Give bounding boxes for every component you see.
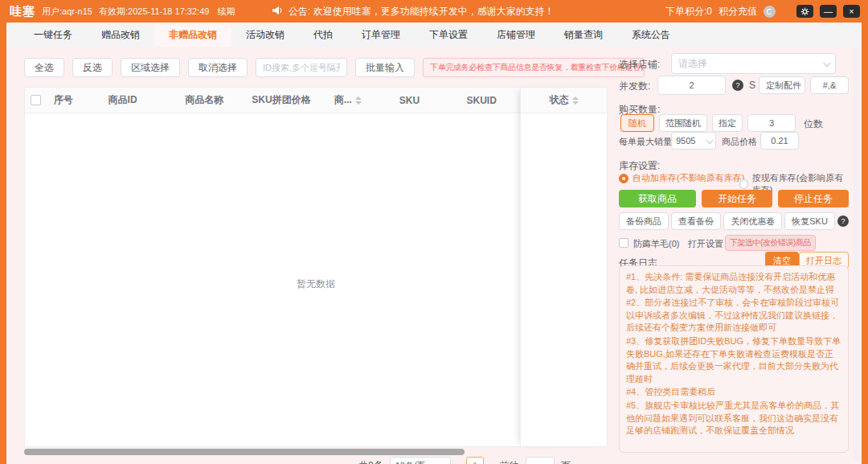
tab-order-settings[interactable]: 下单设置	[415, 23, 482, 47]
restore-sku-button[interactable]: 恢复SKU	[784, 212, 835, 230]
status-fixed-column: 状态	[520, 88, 607, 446]
region-select-button[interactable]: 区域选择	[121, 58, 180, 77]
refresh-arc	[767, 9, 772, 14]
settings-panel: 选择店铺: 请选择 并发数: ? S 定制配件 购买数量: 随机 范围随机 指定…	[619, 47, 849, 464]
settings-button[interactable]	[796, 5, 813, 18]
shop-select[interactable]: 请选择	[671, 53, 836, 74]
col-product-id: 商品ID	[80, 88, 166, 113]
app-window: 哇塞 用户:aqr-n15 有效期:2025-11-18 17:32:49 续期…	[0, 0, 868, 464]
renew-link[interactable]: 续期	[217, 6, 235, 18]
check-warning-badge: 下单完成务必检查下商品信息是否恢复，着重检查下价格是否恢复成功	[423, 58, 645, 77]
shop-label: 选择店铺:	[619, 58, 660, 72]
titlebar-right: 下单积分:0 积分充值 — ×	[665, 0, 860, 23]
col-sku-group-price: SKU拼团价格	[243, 88, 320, 113]
total-count: 共0条	[358, 459, 383, 464]
mode-specify-button[interactable]: 指定	[712, 114, 743, 132]
col-skuid: SKUID	[443, 88, 520, 113]
refresh-icon[interactable]	[764, 6, 776, 18]
digits-input[interactable]	[747, 114, 796, 132]
prev-page-button[interactable]: ‹	[457, 461, 461, 464]
backup-products-button[interactable]: 备份商品	[619, 212, 669, 230]
gear-icon	[800, 7, 809, 16]
log-line: #3、修复获取拼团ID失败BUG，修复下单数量导致下单失败BUG,如果还存在下单…	[626, 335, 841, 385]
cancel-select-button[interactable]: 取消选择	[188, 58, 248, 77]
task-log-box[interactable]: #1、先决条件: 需要保证商品连接没有开启活动和优惠卷, 比如进店立减，大促活动…	[619, 265, 849, 453]
points-label: 下单积分:0	[665, 5, 712, 18]
col-product-name: 商品名称	[166, 88, 243, 113]
col-status-label: 状态	[550, 93, 569, 107]
chevron-down-icon	[706, 136, 714, 144]
open-settings-link[interactable]: 打开设置	[688, 238, 723, 250]
radio-unselected-icon	[739, 179, 748, 189]
id-search-input[interactable]	[256, 58, 347, 77]
radio-selected-icon	[619, 174, 628, 183]
start-task-button[interactable]: 开始任务	[702, 190, 772, 207]
megaphone-icon	[272, 6, 283, 18]
symbol-input[interactable]	[810, 76, 849, 94]
announcement-bar: 公告: 欢迎使用哇塞，更多功能持续开发中，感谢大家的支持！	[272, 0, 555, 23]
sort-icons[interactable]	[355, 96, 362, 105]
mode-random-button[interactable]: 随机	[620, 114, 654, 132]
product-table: 序号 商品ID 商品名称 SKU拼团价格 商... SKU SKUID 状态 暂…	[24, 87, 608, 447]
minimize-button[interactable]: —	[820, 5, 837, 18]
stock-option-add-label: 自动加库存(不影响原有库存)	[633, 172, 744, 184]
close-button[interactable]: ×	[843, 5, 860, 18]
anti-wool-checkbox[interactable]	[619, 238, 628, 248]
tab-system-notice[interactable]: 系统公告	[617, 23, 685, 47]
select-all-checkbox[interactable]	[31, 95, 41, 105]
recharge-link[interactable]: 积分充值	[719, 5, 757, 18]
user-info: 用户:aqr-n15	[42, 6, 92, 18]
status-sort-icons[interactable]	[572, 96, 579, 105]
batch-input-button[interactable]: 批量输入	[355, 58, 415, 77]
col-status[interactable]: 状态	[521, 88, 607, 113]
select-all-button[interactable]: 全选	[24, 58, 64, 77]
goto-label: 前往	[500, 459, 519, 464]
page-size-select[interactable]: 10条/页	[390, 457, 451, 464]
tab-gift-sales[interactable]: 赠品改销	[87, 23, 154, 47]
current-page-button[interactable]: 1	[466, 457, 484, 464]
stop-task-button[interactable]: 停止任务	[778, 190, 849, 207]
invert-select-button[interactable]: 反选	[72, 58, 113, 77]
announcement-text: 公告: 欢迎使用哇塞，更多功能持续开发中，感谢大家的支持！	[289, 5, 555, 18]
content-area: 全选 反选 区域选择 取消选择 批量输入 下单完成务必检查下商品信息是否恢复，着…	[6, 47, 862, 464]
empty-placeholder: 暂无数据	[25, 277, 607, 291]
max-sales-select[interactable]: 9505	[671, 132, 716, 150]
concurrency-input[interactable]	[657, 76, 726, 95]
col-sku: SKU	[376, 88, 444, 113]
tab-one-key-task[interactable]: 一键任务	[19, 23, 87, 47]
tab-shop-management[interactable]: 店铺管理	[482, 23, 550, 47]
help-icon[interactable]: ?	[837, 216, 849, 227]
price-input[interactable]	[760, 132, 799, 150]
table-toolbar: 全选 反选 区域选择 取消选择 批量输入 下单完成务必检查下商品信息是否恢复，着…	[24, 58, 645, 77]
max-sales-value: 9505	[676, 136, 695, 146]
tab-sales-query[interactable]: 销量查询	[550, 23, 617, 47]
takedown-selected-button[interactable]: 下架选中(改价错误)商品	[725, 235, 816, 251]
page-size-value: 10条/页	[395, 460, 425, 464]
chevron-down-icon	[823, 59, 831, 67]
tab-activity-sales[interactable]: 活动改销	[231, 23, 299, 47]
next-page-button[interactable]: ›	[490, 461, 493, 464]
max-sales-label: 每单最大销量	[619, 136, 672, 148]
view-backup-button[interactable]: 查看备份	[671, 212, 721, 230]
digits-label: 位数	[804, 117, 823, 131]
col-truncated-label: 商...	[334, 93, 352, 107]
log-line: #4、管控类目需要稍后	[626, 386, 841, 399]
stock-option-add-radio[interactable]: 自动加库存(不影响原有库存)	[619, 172, 744, 184]
chevron-down-icon	[440, 461, 448, 464]
vertical-scrollbar[interactable]	[854, 48, 861, 462]
tab-order-management[interactable]: 订单管理	[347, 23, 415, 47]
horizontal-scrollbar[interactable]	[24, 449, 465, 455]
app-logo: 哇塞	[10, 4, 35, 19]
tab-proxy-bid[interactable]: 代拍	[299, 23, 347, 47]
fetch-products-button[interactable]: 获取商品	[619, 190, 696, 207]
custom-part-button[interactable]: 定制配件	[759, 76, 805, 94]
mode-range-random-button[interactable]: 范围随机	[659, 114, 707, 132]
log-line: #2、部分者连接过不了审核，会卡在审核阶段过审核可以申诉或者多次编辑，不过这种情…	[626, 297, 841, 335]
goto-page-input[interactable]	[526, 457, 555, 464]
col-truncated[interactable]: 商...	[320, 88, 376, 113]
shop-placeholder: 请选择	[678, 57, 707, 71]
tab-non-gift-sales[interactable]: 非赠品改销	[154, 23, 231, 47]
titlebar: 哇塞 用户:aqr-n15 有效期:2025-11-18 17:32:49 续期…	[0, 0, 868, 23]
close-coupon-button[interactable]: 关闭优惠卷	[723, 212, 782, 230]
help-icon[interactable]: ?	[732, 80, 743, 91]
